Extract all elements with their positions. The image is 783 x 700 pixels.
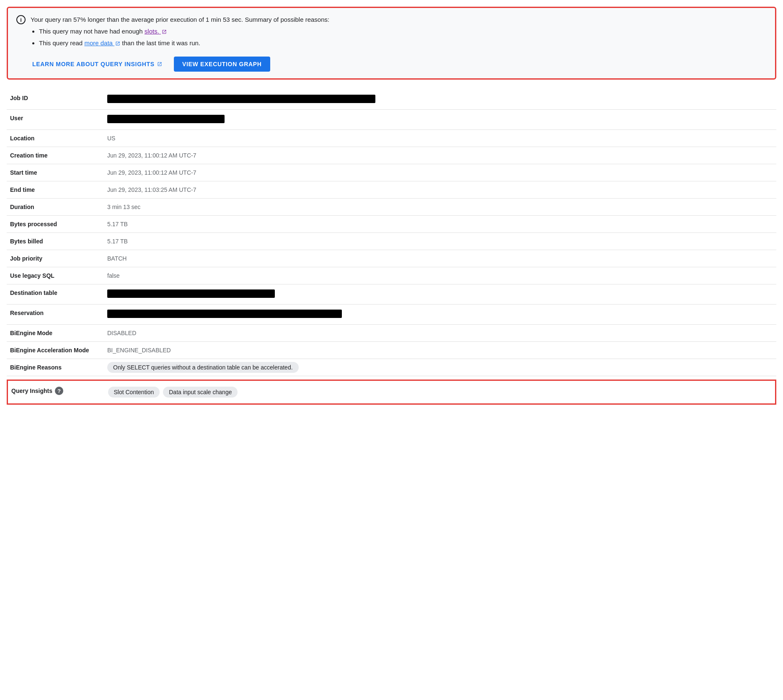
table-row: Job ID [7,90,776,110]
field-label: Duration [7,199,99,216]
field-value: 5.17 TB [99,233,776,250]
field-label: Bytes billed [7,233,99,250]
table-row: Job priorityBATCH [7,250,776,267]
field-label: Destination table [7,284,99,305]
insights-chips-container: Slot ContentionData input scale change [108,387,772,398]
biengine-reason-chip: Only SELECT queries without a destinatio… [107,362,299,373]
table-row: User [7,110,776,130]
field-value [99,90,776,110]
field-value: BI_ENGINE_DISABLED [99,342,776,359]
redacted-value [107,95,375,103]
field-label: Use legacy SQL [7,267,99,284]
field-value [99,284,776,305]
redacted-value [107,115,225,123]
field-value: DISABLED [99,325,776,342]
field-label: Bytes processed [7,216,99,233]
field-value [99,305,776,325]
field-label: Reservation [7,305,99,325]
redacted-value [107,289,275,298]
slots-link[interactable]: slots. [145,28,167,35]
alert-text: Your query ran 57% longer than the avera… [31,15,329,50]
table-row: Start timeJun 29, 2023, 11:00:12 AM UTC-… [7,164,776,181]
learn-more-button[interactable]: LEARN MORE ABOUT QUERY INSIGHTS [31,57,164,71]
field-label: User [7,110,99,130]
field-value: 5.17 TB [99,216,776,233]
more-data-link[interactable]: more data [84,39,120,46]
insight-chip: Slot Contention [108,387,160,398]
learn-more-label: LEARN MORE ABOUT QUERY INSIGHTS [32,61,155,67]
field-label: BiEngine Mode [7,325,99,342]
help-icon[interactable]: ? [55,387,63,395]
query-insights-label: Query Insights [11,387,52,394]
table-row: BiEngine ReasonsOnly SELECT queries with… [7,359,776,376]
field-label: Job ID [7,90,99,110]
field-label: Job priority [7,250,99,267]
field-label: Location [7,130,99,147]
view-execution-label: VIEW EXECUTION GRAPH [182,61,262,67]
table-row: LocationUS [7,130,776,147]
info-icon: i [16,15,26,24]
alert-bullet2-prefix: This query read [39,39,84,46]
field-value: false [99,267,776,284]
field-value: Jun 29, 2023, 11:00:12 AM UTC-7 [99,147,776,164]
field-value: Only SELECT queries without a destinatio… [99,359,776,376]
table-row: Use legacy SQLfalse [7,267,776,284]
field-value: US [99,130,776,147]
table-row: Creation timeJun 29, 2023, 11:00:12 AM U… [7,147,776,164]
table-row: BiEngine Acceleration ModeBI_ENGINE_DISA… [7,342,776,359]
field-label: BiEngine Acceleration Mode [7,342,99,359]
field-value: Jun 29, 2023, 11:03:25 AM UTC-7 [99,181,776,199]
table-row: Reservation [7,305,776,325]
table-row: End timeJun 29, 2023, 11:03:25 AM UTC-7 [7,181,776,199]
view-execution-graph-button[interactable]: VIEW EXECUTION GRAPH [174,57,270,72]
alert-main-text: Your query ran 57% longer than the avera… [31,16,329,23]
job-details-table: Job IDUserLocationUSCreation timeJun 29,… [7,90,776,376]
field-value: 3 min 13 sec [99,199,776,216]
table-row: Bytes processed5.17 TB [7,216,776,233]
field-label: Creation time [7,147,99,164]
field-value: Jun 29, 2023, 11:00:12 AM UTC-7 [99,164,776,181]
query-insights-section: Query Insights ? Slot ContentionData inp… [7,380,776,405]
alert-banner: i Your query ran 57% longer than the ave… [7,7,776,80]
query-insights-row: Query Insights ? Slot ContentionData inp… [8,380,776,404]
table-row: Duration3 min 13 sec [7,199,776,216]
redacted-value [107,310,342,318]
field-label: Start time [7,164,99,181]
table-row: BiEngine ModeDISABLED [7,325,776,342]
field-value: BATCH [99,250,776,267]
field-label: End time [7,181,99,199]
table-row: Bytes billed5.17 TB [7,233,776,250]
table-row: Destination table [7,284,776,305]
field-value [99,110,776,130]
field-label: BiEngine Reasons [7,359,99,376]
insight-chip: Data input scale change [163,387,238,398]
alert-bullet1-prefix: This query may not have had enough [39,28,145,35]
